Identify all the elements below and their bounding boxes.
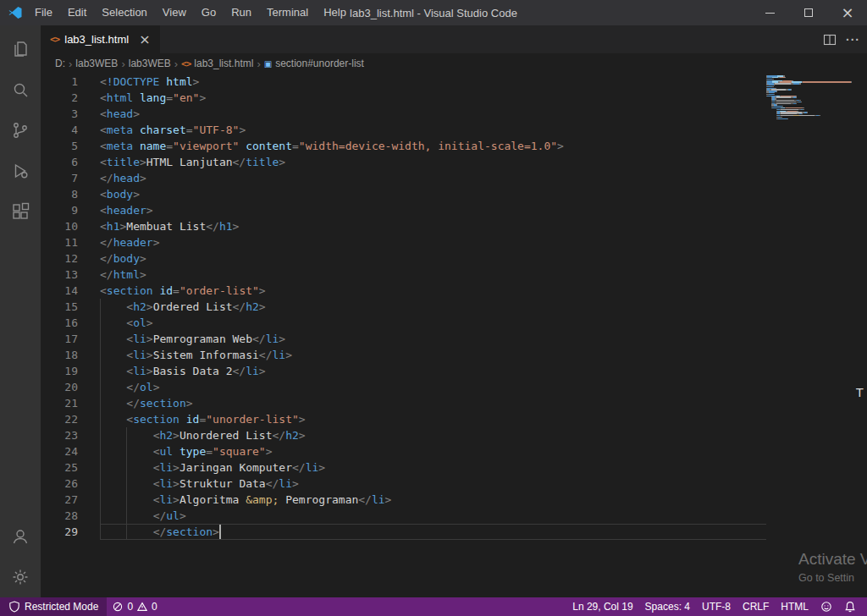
- code-line[interactable]: 9<header>: [41, 202, 766, 218]
- breadcrumb: D:›lab3WEB›lab3WEB›<>lab3_list.html›▣sec…: [41, 53, 867, 74]
- menu-edit[interactable]: Edit: [60, 0, 94, 25]
- indent-guide: [100, 427, 101, 443]
- settings-button[interactable]: [0, 557, 41, 597]
- code-line[interactable]: 18 <li>Sistem Informasi</li>: [41, 347, 766, 363]
- line-number: 23: [41, 427, 100, 443]
- notifications-button[interactable]: [838, 597, 862, 616]
- status-indentation[interactable]: Spaces: 4: [639, 597, 696, 616]
- code-line[interactable]: 13</html>: [41, 267, 766, 283]
- maximize-button[interactable]: [789, 0, 828, 25]
- code-line[interactable]: 2<html lang="en">: [41, 90, 766, 106]
- tab-bar: <> lab3_list.html × ···: [41, 25, 867, 53]
- line-number: 9: [41, 202, 100, 218]
- menu-run[interactable]: Run: [224, 0, 259, 25]
- code-line[interactable]: 28 </ul>: [41, 508, 766, 524]
- status-right-items: Ln 29, Col 19Spaces: 4UTF-8CRLFHTML: [566, 597, 815, 616]
- code-line[interactable]: 26 <li>Struktur Data</li>: [41, 476, 766, 492]
- menu-selection[interactable]: Selection: [94, 0, 154, 25]
- code-line[interactable]: 1<!DOCTYPE html>: [41, 74, 766, 90]
- code-text: <html lang="en">: [100, 90, 766, 106]
- breadcrumb-item[interactable]: lab3WEB: [75, 58, 119, 69]
- source-control-button[interactable]: [0, 110, 41, 151]
- code-line[interactable]: 17 <li>Pemrograman Web</li>: [41, 331, 766, 347]
- activate-windows-watermark: Activate V: [798, 550, 867, 569]
- code-line[interactable]: 11</header>: [41, 234, 766, 250]
- maximize-icon: [804, 8, 813, 17]
- code-line[interactable]: 7</head>: [41, 170, 766, 186]
- code-line[interactable]: 12</body>: [41, 250, 766, 267]
- code-line[interactable]: 19 <li>Basis Data 2</li>: [41, 363, 766, 379]
- code-line[interactable]: 3<head>: [41, 106, 766, 122]
- breadcrumb-separator-icon: ›: [119, 58, 127, 70]
- status-eol[interactable]: CRLF: [737, 597, 775, 616]
- code-line[interactable]: 29 </section>: [41, 524, 766, 540]
- line-number: 3: [41, 106, 100, 122]
- code-line[interactable]: 23 <h2>Unordered List</h2>: [41, 427, 766, 443]
- code-line[interactable]: 24 <ul type="square">: [41, 443, 766, 459]
- explorer-button[interactable]: [0, 29, 41, 69]
- indent-guide: [100, 331, 101, 347]
- more-actions-button[interactable]: ···: [846, 33, 860, 47]
- breadcrumb-item[interactable]: D:: [54, 58, 66, 69]
- line-number: 19: [41, 363, 100, 379]
- code-line[interactable]: 15 <h2>Ordered List</h2>: [41, 299, 766, 315]
- breadcrumb-label: lab3WEB: [129, 58, 171, 69]
- code-line[interactable]: 5<meta name="viewport" content="width=de…: [41, 138, 766, 154]
- close-icon: ×: [841, 5, 853, 20]
- menu-terminal[interactable]: Terminal: [259, 0, 316, 25]
- restricted-mode-badge[interactable]: Restricted Mode: [0, 597, 107, 616]
- line-number: 10: [41, 218, 100, 234]
- status-right: Ln 29, Col 19Spaces: 4UTF-8CRLFHTML: [566, 597, 867, 616]
- code-text: <li>Struktur Data</li>: [100, 476, 766, 492]
- code-line[interactable]: 27 <li>Algoritma &amp; Pemrograman</li>: [41, 492, 766, 508]
- breadcrumb-item[interactable]: lab3WEB: [128, 58, 172, 69]
- line-number: 21: [41, 395, 100, 411]
- minimize-button[interactable]: [750, 0, 789, 25]
- indent-guide: [126, 427, 127, 443]
- code-line[interactable]: 6<title>HTML Lanjutan</title>: [41, 154, 766, 170]
- menu-go[interactable]: Go: [194, 0, 224, 25]
- tab-close-icon[interactable]: ×: [139, 33, 150, 47]
- problems-status[interactable]: 0 0: [107, 597, 163, 616]
- minimap[interactable]: [766, 75, 857, 119]
- extensions-button[interactable]: [0, 191, 41, 232]
- breadcrumb-label: D:: [55, 58, 65, 69]
- code-line[interactable]: 22 <section id="unorder-list">: [41, 411, 766, 427]
- status-cursor-position[interactable]: Ln 29, Col 19: [566, 597, 638, 616]
- breadcrumb-separator-icon: ›: [254, 58, 262, 70]
- split-editor-button[interactable]: [822, 32, 837, 47]
- editor-actions: ···: [822, 25, 867, 53]
- account-icon: [10, 526, 30, 547]
- line-number: 24: [41, 443, 100, 459]
- menu-view[interactable]: View: [155, 0, 194, 25]
- indent-guide: [100, 492, 101, 508]
- symbol-icon: ▣: [264, 59, 272, 69]
- code-line[interactable]: 8<body>: [41, 186, 766, 202]
- status-encoding[interactable]: UTF-8: [696, 597, 737, 616]
- breadcrumb-item[interactable]: <>lab3_list.html: [180, 58, 254, 69]
- accounts-button[interactable]: [0, 516, 41, 557]
- git-branch-icon: [10, 120, 30, 140]
- code-line[interactable]: 4<meta charset="UTF-8">: [41, 122, 766, 138]
- code-text: <ul type="square">: [100, 443, 766, 459]
- feedback-button[interactable]: [815, 597, 838, 616]
- tab-lab3-list-html[interactable]: <> lab3_list.html ×: [41, 25, 160, 53]
- breadcrumb-item[interactable]: ▣section#unorder-list: [263, 58, 365, 69]
- search-button[interactable]: [0, 69, 41, 110]
- close-button[interactable]: ×: [828, 0, 867, 25]
- menu-help[interactable]: Help: [316, 0, 354, 25]
- code-line[interactable]: 16 <ol>: [41, 315, 766, 331]
- code-line[interactable]: 21 </section>: [41, 395, 766, 411]
- code-line[interactable]: 14<section id="order-list">: [41, 283, 766, 299]
- run-and-debug-button[interactable]: [0, 151, 41, 191]
- indent-guide: [126, 524, 127, 540]
- code-line[interactable]: 25 <li>Jaringan Komputer</li>: [41, 459, 766, 476]
- gear-icon: [10, 567, 30, 587]
- shield-icon: [8, 601, 20, 613]
- code-line[interactable]: 20 </ol>: [41, 379, 766, 395]
- vscode-window: FileEditSelectionViewGoRunTerminalHelp l…: [0, 0, 867, 616]
- status-language-mode[interactable]: HTML: [775, 597, 815, 616]
- indent-guide: [126, 492, 127, 508]
- menu-file[interactable]: File: [27, 0, 60, 25]
- code-line[interactable]: 10<h1>Membuat List</h1>: [41, 218, 766, 234]
